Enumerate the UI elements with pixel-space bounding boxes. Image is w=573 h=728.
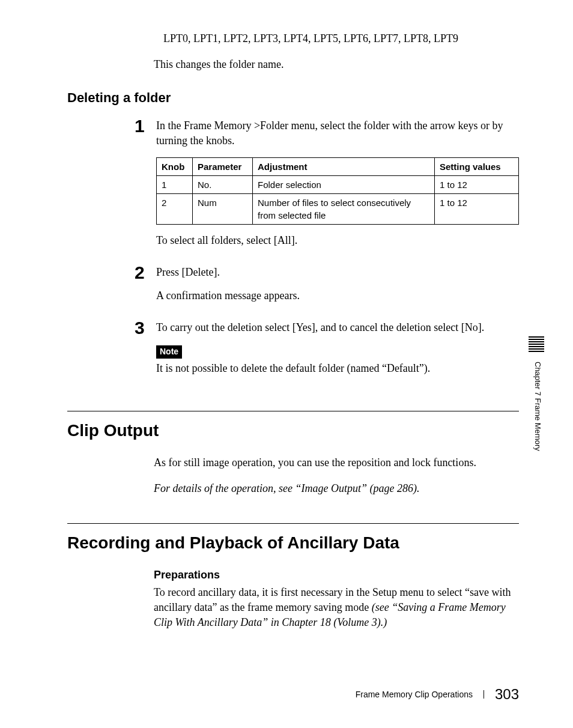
clip-output-text: As for still image operation, you can us… [154,455,519,470]
th-setting: Setting values [435,157,519,175]
note-text: It is not possible to delete the default… [156,361,519,376]
step-number: 3 [135,318,156,337]
step-number: 2 [135,262,156,282]
preparations-text: To record ancillary data, it is first ne… [154,585,519,631]
step-1-text: In the Frame Memory >Folder menu, select… [156,118,519,148]
deleting-folder-heading: Deleting a folder [67,89,519,108]
section-divider [67,411,519,411]
result-text: This changes the folder name. [154,57,519,72]
step-2: 2 Press [Delete]. A confirmation message… [135,262,519,312]
cell-setting: 1 to 12 [435,175,519,193]
preparations-heading: Preparations [154,568,519,583]
cell-setting: 1 to 12 [435,193,519,224]
th-parameter: Parameter [193,157,253,175]
step-1-note: To select all folders, select [All]. [156,233,519,248]
chapter-side-label: Chapter 7 Frame Memory [532,362,543,451]
step-3: 3 To carry out the deletion select [Yes]… [135,318,519,384]
th-adjustment: Adjustment [253,157,435,175]
table-row: 1 No. Folder selection 1 to 12 [157,175,519,193]
th-knob: Knob [157,157,193,175]
cell-param: No. [193,175,253,193]
thumb-index-icon [529,336,544,352]
cell-param: Num [193,193,253,224]
clip-output-heading: Clip Output [67,419,519,442]
note-label: Note [156,345,182,359]
knob-table: Knob Parameter Adjustment Setting values… [156,157,519,225]
cell-knob: 2 [157,193,193,224]
footer-page-number: 303 [484,687,519,702]
cell-adj: Folder selection [253,175,435,193]
reserved-names-list: LPT0, LPT1, LPT2, LPT3, LPT4, LPT5, LPT6… [163,31,519,46]
section-divider [67,523,519,524]
step-1: 1 In the Frame Memory >Folder menu, sele… [135,116,519,256]
page-footer: Frame Memory Clip Operations 303 [356,687,519,702]
recording-heading: Recording and Playback of Ancillary Data [67,531,519,554]
cell-adj: Number of files to select consecutively … [253,193,435,224]
step-2-result: A confirmation message appears. [156,288,519,303]
cell-knob: 1 [157,175,193,193]
clip-output-ref: For details of the operation, see “Image… [154,481,519,496]
table-row: 2 Num Number of files to select consecut… [157,193,519,224]
step-2-text: Press [Delete]. [156,265,519,280]
step-3-text: To carry out the deletion select [Yes], … [156,320,519,335]
footer-section-title: Frame Memory Clip Operations [356,690,484,699]
step-number: 1 [135,116,156,135]
